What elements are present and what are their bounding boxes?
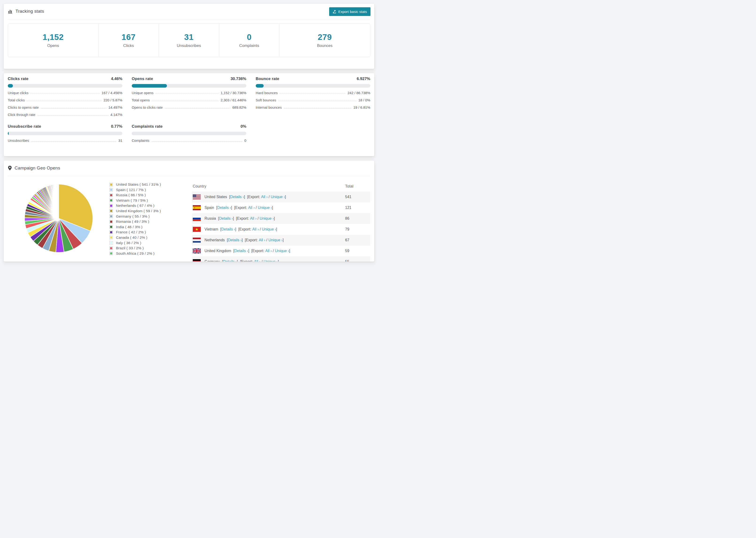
legend-swatch [109,231,113,234]
legend-swatch [109,193,113,197]
legend-item: Italy ( 36 / 2% ) [109,241,192,245]
country-flag-icon [193,238,201,243]
rate-value: 4.46% [111,77,122,81]
stat-value: 31 [184,32,194,42]
export-unique-link[interactable]: Unique › [275,249,289,253]
rate-title: Bounce rate [256,77,279,81]
details-link[interactable]: Details › [230,195,244,199]
details-link[interactable]: Details › [228,238,242,242]
export-unique-link[interactable]: Unique › [262,227,276,231]
stat-value: 1,152 [42,32,64,42]
table-row: Netherlands [Details ›] [Export: All › /… [192,235,370,245]
export-all-link[interactable]: All › [248,206,255,210]
legend-swatch [109,183,113,187]
geo-pie-chart [8,181,109,262]
export-all-link[interactable]: All › [265,249,272,253]
geo-opens-card: Campaign Geo Opens United States ( 541 /… [4,160,374,262]
legend-swatch [109,252,113,255]
export-unique-link[interactable]: Unique › [271,195,285,199]
legend-swatch [109,215,113,218]
stat-complaints: 0 Complaints [219,24,280,57]
rates-card: Clicks rate 4.46% Unique clicks167 / 4.4… [4,73,374,156]
export-icon [333,10,337,14]
country-flag-icon [193,248,201,253]
export-unique-link[interactable]: Unique › [264,260,278,262]
progress-bar [8,132,122,135]
bounce-rate-block: Bounce rate 6.927% Hard bounces242 / 86.… [256,77,370,117]
geo-table-scroll-area[interactable]: Country Total United States [Details ›] … [192,181,370,262]
export-unique-link[interactable]: Unique › [258,206,272,210]
legend-swatch [109,225,113,229]
details-link[interactable]: Details › [219,216,233,220]
geo-opens-table: Country Total United States [Details ›] … [192,181,370,262]
legend-swatch [109,246,113,250]
column-header-total: Total [345,181,370,191]
rate-row: Complaints0 [132,138,246,142]
details-link[interactable]: Details › [234,249,248,253]
legend-item: South Africa ( 29 / 2% ) [109,251,192,256]
table-row: United Kingdom [Details ›] [Export: All … [192,245,370,256]
export-all-link[interactable]: All › [252,227,259,231]
country-flag-icon [193,216,201,221]
bar-chart-icon [8,9,13,14]
country-flag-icon [193,227,201,232]
rate-title: Clicks rate [8,77,28,81]
unsubscribe-rate-block: Unsubscribe rate 0.77% Unsubscribes31 [8,124,122,142]
legend-item: Germany ( 55 / 3% ) [109,214,192,219]
stat-bounces: 279 Bounces [280,24,370,57]
table-row: Russia [Details ›] [Export: All › / Uniq… [192,213,370,224]
legend-item: United Kingdom ( 59 / 3% ) [109,209,192,213]
rate-value: 0.77% [111,124,122,129]
rate-row: Click through rate4.147% [8,113,122,117]
card-title: Campaign Geo Opens [15,166,60,171]
rate-title: Unsubscribe rate [8,124,41,129]
geo-pie-legend: United States ( 541 / 31% ) Spain ( 121 … [109,181,192,262]
total-value: 121 [345,202,370,213]
country-flag-icon [193,194,201,199]
legend-item: Brazil ( 33 / 2% ) [109,246,192,250]
pie-slice [58,184,59,218]
total-value: 541 [345,191,370,202]
export-basic-stats-button[interactable]: Export basic stats [329,7,370,16]
export-all-link[interactable]: All › [254,260,261,262]
legend-swatch [109,198,113,202]
rate-row: Hard bounces242 / 86.738% [256,91,370,95]
legend-swatch [109,236,113,239]
legend-swatch [109,241,113,244]
legend-swatch [109,204,113,207]
rate-row: Unique opens1,152 / 30.736% [132,91,246,95]
details-link[interactable]: Details › [223,260,237,262]
details-link[interactable]: Details › [221,227,235,231]
column-header-country: Country [192,181,345,191]
export-all-link[interactable]: All › [261,195,268,199]
export-all-link[interactable]: All › [259,238,265,242]
progress-bar [256,84,370,87]
table-row: Vietnam [Details ›] [Export: All › / Uni… [192,224,370,235]
stat-unsubscribes: 31 Unsubscribes [159,24,219,57]
export-unique-link[interactable]: Unique › [268,238,283,242]
stat-label: Unsubscribes [177,43,201,48]
stat-label: Bounces [317,43,333,48]
details-link[interactable]: Details › [217,206,231,210]
stat-value: 279 [318,32,332,42]
total-value: 86 [345,213,370,224]
geo-table-section: Country Total United States [Details ›] … [192,181,370,262]
export-unique-link[interactable]: Unique › [260,216,274,220]
map-pin-icon [8,166,12,171]
export-all-link[interactable]: All › [250,216,257,220]
clicks-rate-block: Clicks rate 4.46% Unique clicks167 / 4.4… [8,77,122,117]
legend-item: Vietnam ( 79 / 5% ) [109,198,192,202]
country-flag-icon [193,259,201,262]
rate-row: Soft bounces18 / 0% [256,98,370,102]
stat-value: 167 [122,32,136,42]
stat-value: 0 [247,32,252,42]
legend-item: India ( 46 / 3% ) [109,225,192,229]
country-flag-icon [193,205,201,210]
total-value: 55 [345,256,370,262]
opens-rate-block: Opens rate 30.736% Unique opens1,152 / 3… [132,77,246,117]
rate-title: Opens rate [132,77,153,81]
tracking-stats-card: Tracking stats Export basic stats 1,152 … [4,4,374,69]
complaints-rate-block: Complaints rate 0% Complaints0 [132,124,246,142]
legend-swatch [109,220,113,224]
rate-title: Complaints rate [132,124,162,129]
